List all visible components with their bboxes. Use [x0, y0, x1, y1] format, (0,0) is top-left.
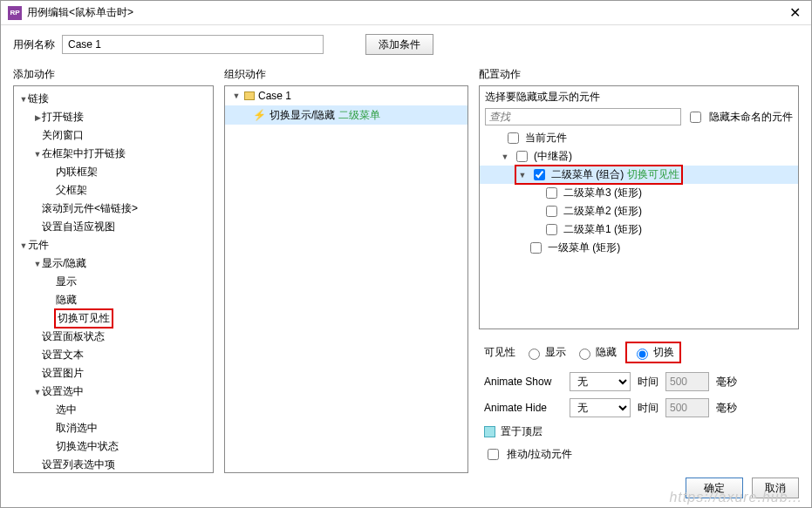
- comp-sub1-check[interactable]: [546, 224, 557, 235]
- tree-open-in-frame[interactable]: 在框架中打开链接: [14, 145, 213, 163]
- hide-unnamed-checkbox[interactable]: [690, 112, 701, 123]
- action-tree-panel: 链接 打开链接 ▶关闭窗口 在框架中打开链接 ▶内联框架 ▶父框架 ▶滚动到元件…: [13, 85, 214, 473]
- bring-front-label: 置于顶层: [501, 424, 542, 439]
- comp-current[interactable]: 当前元件: [480, 129, 798, 147]
- add-action-column: 添加动作 链接 打开链接 ▶关闭窗口 在框架中打开链接 ▶内联框架 ▶父框架 ▶…: [13, 64, 214, 473]
- org-action-label: 切换显示/隐藏: [270, 108, 335, 123]
- tree-deselect[interactable]: ▶取消选中: [14, 419, 213, 437]
- tree-open-link[interactable]: 打开链接: [14, 108, 213, 126]
- organize-panel: Case 1 ⚡ 切换显示/隐藏 二级菜单: [224, 85, 468, 473]
- tree-parent-frame[interactable]: ▶父框架: [14, 181, 213, 200]
- dialog-footer: 确定 取消: [686, 478, 799, 498]
- component-tree: 当前元件 (中继器) 二级菜单 (组合) 切换可见性: [480, 127, 798, 259]
- visibility-hide-option[interactable]: 隐藏: [575, 345, 617, 360]
- animate-show-time-label: 时间: [638, 375, 658, 389]
- window-title: 用例编辑<鼠标单击时>: [27, 5, 786, 20]
- configure-action-column: 配置动作 选择要隐藏或显示的元件 隐藏未命名的元件 当前元件: [479, 64, 799, 473]
- push-pull-row[interactable]: 推动/拉动元件: [479, 443, 799, 466]
- animate-show-row: Animate Show 无 时间 毫秒: [479, 369, 799, 395]
- comp-sub1[interactable]: 二级菜单1 (矩形): [480, 220, 798, 239]
- bring-front-row[interactable]: 置于顶层: [479, 421, 799, 443]
- tree-show-hide[interactable]: 显示/隐藏: [14, 254, 213, 273]
- visibility-hide-radio[interactable]: [579, 349, 590, 360]
- tree-set-selected[interactable]: 设置选中: [14, 383, 213, 401]
- animate-hide-time-input[interactable]: [665, 398, 709, 417]
- animate-show-ms: 毫秒: [716, 375, 737, 389]
- tree-set-image[interactable]: ▶设置图片: [14, 364, 213, 383]
- visibility-label: 可见性: [484, 345, 515, 360]
- animate-show-select[interactable]: 无: [570, 372, 631, 391]
- titlebar: RP 用例编辑<鼠标单击时> ✕: [1, 1, 811, 25]
- organize-action-title: 组织动作: [224, 64, 468, 85]
- tree-scroll-to[interactable]: ▶滚动到元件<锚链接>: [14, 200, 213, 218]
- tree-close-window[interactable]: ▶关闭窗口: [14, 126, 213, 145]
- columns: 添加动作 链接 打开链接 ▶关闭窗口 在框架中打开链接 ▶内联框架 ▶父框架 ▶…: [1, 64, 811, 485]
- comp-second-menu-check[interactable]: [534, 169, 545, 180]
- tree-hide[interactable]: ▶隐藏: [14, 291, 213, 309]
- case-editor-window: RP 用例编辑<鼠标单击时> ✕ 用例名称 添加条件 添加动作 链接 打开链接 …: [0, 0, 812, 508]
- visibility-toggle-radio[interactable]: [637, 349, 648, 360]
- select-components-label: 选择要隐藏或显示的元件: [480, 86, 798, 106]
- animate-hide-select[interactable]: 无: [570, 398, 631, 417]
- tree-inline-frame[interactable]: ▶内联框架: [14, 163, 213, 181]
- configure-action-title: 配置动作: [479, 64, 799, 85]
- lightning-icon: ⚡: [253, 109, 266, 121]
- configure-panel: 选择要隐藏或显示的元件 隐藏未命名的元件 当前元件 (中继器): [479, 85, 799, 329]
- visibility-show-option[interactable]: 显示: [524, 345, 566, 360]
- tree-link[interactable]: 链接: [14, 90, 213, 108]
- animate-hide-ms: 毫秒: [716, 401, 737, 416]
- visibility-toggle-option[interactable]: 切换: [625, 342, 681, 363]
- push-pull-label: 推动/拉动元件: [507, 447, 572, 462]
- org-case-label: Case 1: [258, 90, 291, 102]
- tree-panel-state[interactable]: ▶设置面板状态: [14, 328, 213, 346]
- comp-current-check[interactable]: [508, 132, 519, 144]
- case-name-input[interactable]: [62, 35, 324, 54]
- org-action-target: 二级菜单: [338, 108, 380, 123]
- comp-repeater-check[interactable]: [516, 151, 528, 162]
- comp-sub3[interactable]: 二级菜单3 (矩形): [480, 184, 798, 202]
- push-pull-checkbox[interactable]: [488, 449, 499, 460]
- tree-toggle-selected[interactable]: ▶切换选中状态: [14, 437, 213, 456]
- component-search-input[interactable]: [485, 108, 681, 125]
- org-case-row[interactable]: Case 1: [225, 86, 467, 105]
- organize-action-column: 组织动作 Case 1 ⚡ 切换显示/隐藏 二级菜单: [224, 64, 468, 473]
- comp-first-menu[interactable]: ▶ 一级菜单 (矩形): [480, 239, 798, 257]
- comp-sub2[interactable]: 二级菜单2 (矩形): [480, 202, 798, 220]
- comp-repeater[interactable]: (中继器): [480, 147, 798, 166]
- org-action-row[interactable]: ⚡ 切换显示/隐藏 二级菜单: [225, 105, 467, 125]
- tree-adaptive[interactable]: ▶设置自适应视图: [14, 218, 213, 236]
- animate-show-time-input[interactable]: [665, 372, 709, 391]
- ok-button[interactable]: 确定: [686, 478, 743, 498]
- animate-hide-row: Animate Hide 无 时间 毫秒: [479, 395, 799, 421]
- visibility-row: 可见性 显示 隐藏 切换: [479, 329, 799, 369]
- comp-first-menu-check[interactable]: [530, 242, 542, 254]
- case-name-row: 用例名称 添加条件: [1, 25, 811, 64]
- tree-select[interactable]: ▶选中: [14, 401, 213, 419]
- tree-show[interactable]: ▶显示: [14, 273, 213, 291]
- cancel-button[interactable]: 取消: [752, 478, 799, 498]
- tree-toggle-visibility[interactable]: ▶切换可见性: [14, 309, 213, 328]
- animate-show-label: Animate Show: [484, 376, 563, 388]
- bring-front-checkbox[interactable]: [484, 426, 495, 437]
- comp-sub3-check[interactable]: [546, 187, 557, 199]
- animate-hide-time-label: 时间: [638, 401, 658, 416]
- add-action-title: 添加动作: [13, 64, 214, 85]
- add-condition-button[interactable]: 添加条件: [365, 34, 433, 55]
- action-tree: 链接 打开链接 ▶关闭窗口 在框架中打开链接 ▶内联框架 ▶父框架 ▶滚动到元件…: [14, 86, 213, 473]
- tree-set-text[interactable]: ▶设置文本: [14, 346, 213, 364]
- app-icon: RP: [8, 6, 22, 20]
- tree-component[interactable]: 元件: [14, 236, 213, 254]
- animate-hide-label: Animate Hide: [484, 402, 563, 414]
- tree-set-list-selected[interactable]: ▶设置列表选中项: [14, 456, 213, 473]
- folder-icon: [244, 91, 255, 100]
- comp-sub2-check[interactable]: [546, 206, 557, 217]
- visibility-show-radio[interactable]: [529, 349, 540, 360]
- close-icon[interactable]: ✕: [786, 4, 804, 21]
- hide-unnamed-label: 隐藏未命名的元件: [709, 110, 793, 125]
- comp-second-menu-group[interactable]: 二级菜单 (组合) 切换可见性: [480, 166, 798, 184]
- search-row: 隐藏未命名的元件: [480, 106, 798, 127]
- case-name-label: 用例名称: [13, 37, 55, 52]
